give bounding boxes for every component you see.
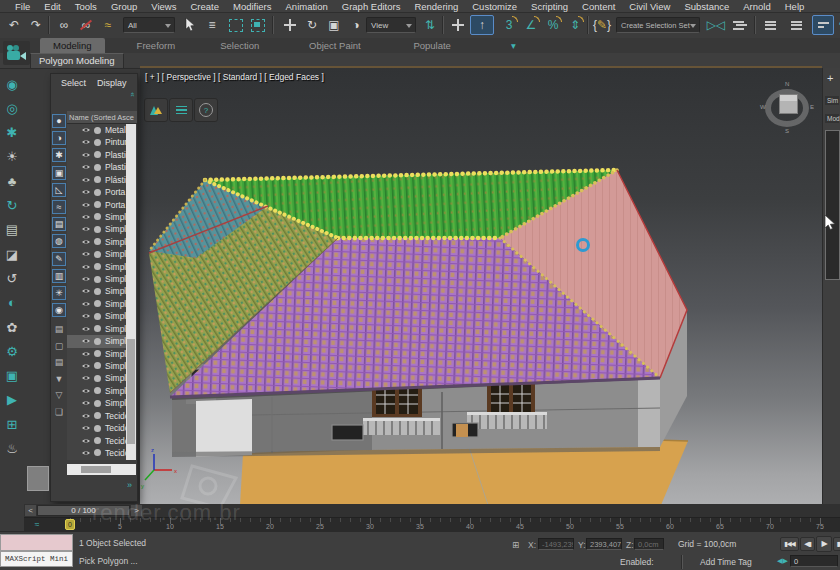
- eye-icon[interactable]: [81, 151, 91, 159]
- object-color-dot[interactable]: [94, 300, 101, 307]
- explorer-menu-select[interactable]: Select: [61, 78, 86, 88]
- menu-rendering[interactable]: Rendering: [407, 0, 465, 13]
- command-panel-sliver[interactable]: + Sim Mod: [822, 68, 840, 505]
- select-and-rotate-icon[interactable]: ↻: [302, 15, 322, 35]
- layer-explorer-icon[interactable]: [786, 15, 806, 35]
- mirror-icon[interactable]: ▷◁: [706, 15, 726, 35]
- explorer-chevron-icon[interactable]: «: [127, 92, 136, 96]
- explorer-row[interactable]: Simple: [67, 211, 126, 223]
- eye-icon[interactable]: [81, 126, 91, 134]
- object-color-dot[interactable]: [94, 238, 101, 245]
- add-time-tag[interactable]: Add Time Tag: [700, 557, 752, 567]
- object-color-dot[interactable]: [94, 251, 101, 258]
- swatch-button[interactable]: [27, 466, 49, 491]
- eye-icon[interactable]: [81, 387, 91, 395]
- eye-icon[interactable]: [81, 263, 91, 271]
- object-color-dot[interactable]: [94, 350, 101, 357]
- keyboard-shortcut-toggle-icon[interactable]: ↑: [470, 15, 494, 35]
- perspective-viewport[interactable]: x z y [ + ] [ Perspective ] [ Standard ]…: [140, 68, 822, 505]
- eye-icon[interactable]: [81, 225, 91, 233]
- menu-scripting[interactable]: Scripting: [524, 0, 575, 13]
- tree-image-icon[interactable]: ◪: [2, 244, 22, 264]
- filter-particles-icon[interactable]: ✳: [52, 286, 66, 300]
- object-color-dot[interactable]: [94, 276, 101, 283]
- box-icon[interactable]: ▣: [2, 366, 22, 386]
- eye-icon[interactable]: [81, 312, 91, 320]
- filter-gear-icon[interactable]: ▼: [52, 372, 66, 386]
- ribbon-tab-modeling[interactable]: Modeling: [40, 38, 105, 53]
- filter-cameras-icon[interactable]: ▣: [52, 166, 66, 180]
- menu-edit[interactable]: Edit: [37, 0, 67, 13]
- object-color-dot[interactable]: [94, 313, 101, 320]
- eye-icon[interactable]: [81, 250, 91, 258]
- object-color-dot[interactable]: [94, 213, 101, 220]
- eye-icon[interactable]: [81, 201, 91, 209]
- menu-arnold[interactable]: Arnold: [736, 0, 777, 13]
- explorer-row[interactable]: Simple: [67, 298, 126, 310]
- object-color-dot[interactable]: [94, 164, 101, 171]
- unlink-selection-icon[interactable]: ∞: [76, 15, 96, 35]
- orbit-icon[interactable]: ↺: [2, 268, 22, 288]
- eye-icon[interactable]: [81, 412, 91, 420]
- object-color-dot[interactable]: [94, 375, 101, 382]
- filter-groups-icon[interactable]: ▤: [52, 217, 66, 231]
- explorer-row[interactable]: Simple: [67, 310, 126, 322]
- explorer-row[interactable]: Simple: [67, 372, 126, 384]
- filter-xrefs-icon[interactable]: ◍: [52, 234, 66, 248]
- time-slider-prev-icon[interactable]: <: [25, 505, 36, 516]
- eye-icon[interactable]: [81, 399, 91, 407]
- filter-lights-icon[interactable]: ✱: [52, 148, 66, 162]
- play-icon[interactable]: ▶: [816, 536, 832, 552]
- menu-help[interactable]: Help: [778, 0, 812, 13]
- menu-tools[interactable]: Tools: [68, 0, 104, 13]
- eye-icon[interactable]: [81, 374, 91, 382]
- list-view-icon[interactable]: ▤: [52, 322, 66, 336]
- snap-grid-icon[interactable]: ⊞: [512, 540, 519, 550]
- eye-icon[interactable]: [81, 437, 91, 445]
- explorer-row[interactable]: Simple: [67, 360, 126, 372]
- light-icon[interactable]: ✱: [2, 123, 22, 143]
- explorer-row[interactable]: Simple: [67, 261, 126, 273]
- explorer-vertical-scrollbar[interactable]: [126, 124, 136, 460]
- object-color-dot[interactable]: [94, 387, 101, 394]
- time-slider[interactable]: 0 / 100: [37, 505, 130, 516]
- object-color-dot[interactable]: [94, 189, 101, 196]
- camera-add-icon[interactable]: ◎: [2, 98, 22, 118]
- bulb-gear-icon[interactable]: ⚙: [2, 341, 22, 361]
- balcony-railing-left[interactable]: [363, 418, 440, 435]
- modifier-stack-listbox[interactable]: [825, 130, 840, 280]
- grid-box-icon[interactable]: ⊞: [2, 414, 22, 434]
- spinner-snap-icon[interactable]: ⇕: [565, 15, 585, 35]
- select-object-icon[interactable]: [180, 15, 200, 35]
- eye-icon[interactable]: [81, 138, 91, 146]
- filter-geometry-icon[interactable]: ●: [52, 114, 66, 128]
- percent-snap-icon[interactable]: %: [543, 15, 563, 35]
- explorer-column-header[interactable]: Name (Sorted Asce: [67, 111, 137, 124]
- eye-icon[interactable]: [81, 325, 91, 333]
- object-color-dot[interactable]: [94, 425, 101, 432]
- object-color-dot[interactable]: [94, 127, 101, 134]
- object-name-field[interactable]: Sim: [825, 96, 839, 105]
- explorer-row[interactable]: Simple: [67, 236, 126, 248]
- use-pivot-center-icon[interactable]: ⇅: [420, 15, 440, 35]
- scrollbar-thumb[interactable]: [81, 466, 111, 473]
- eye-icon[interactable]: [81, 424, 91, 432]
- compass-east[interactable]: E: [810, 104, 814, 110]
- select-by-name-icon[interactable]: ≡: [202, 15, 222, 35]
- previous-frame-icon[interactable]: ◀▮: [800, 537, 815, 551]
- angle-snap-icon[interactable]: ∠: [521, 15, 541, 35]
- explorer-row[interactable]: Simple: [67, 248, 126, 260]
- viewcube-cube[interactable]: [779, 94, 798, 114]
- explorer-row[interactable]: Tecido: [67, 422, 126, 434]
- x-coord-field[interactable]: -1493,239c: [538, 538, 574, 550]
- eye-icon[interactable]: [81, 213, 91, 221]
- explorer-footer-chevrons[interactable]: »: [127, 480, 132, 490]
- track-bar[interactable]: ≈ 51015202530354045505560657075 0: [24, 517, 840, 532]
- eye-icon[interactable]: [81, 337, 91, 345]
- filter-bones-icon[interactable]: ✎: [52, 252, 66, 266]
- y-coord-field[interactable]: 2393,407cm: [586, 538, 622, 550]
- scene-explorer-toggle-icon[interactable]: [760, 15, 780, 35]
- go-to-start-icon[interactable]: ▮◀◀: [780, 537, 799, 551]
- menu-content[interactable]: Content: [575, 0, 622, 13]
- select-and-move-icon[interactable]: [280, 15, 300, 35]
